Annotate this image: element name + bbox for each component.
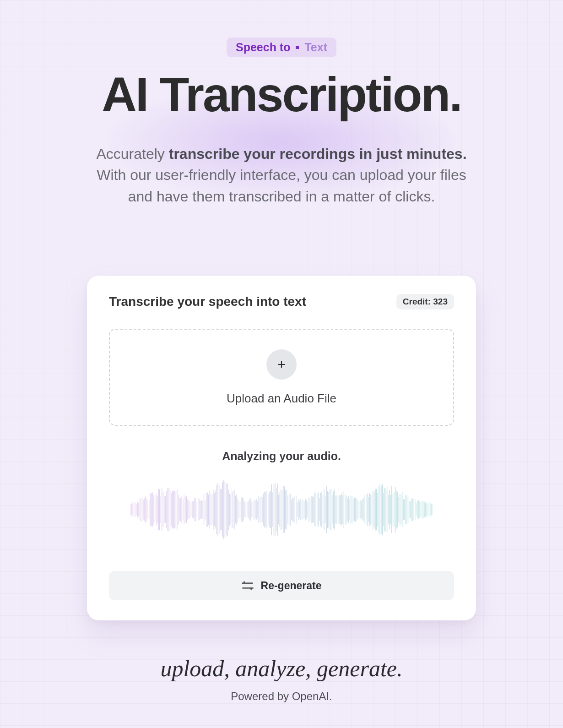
swap-arrows-icon [242,581,254,590]
plus-icon: + [266,349,297,380]
subtitle-pre: Accurately [96,146,168,162]
subtitle-bold: transcribe your recordings in just minut… [169,146,467,162]
regenerate-label: Re-generate [261,580,322,592]
page-subtitle: Accurately transcribe your recordings in… [96,143,467,207]
badge-right-text: Text [304,41,327,54]
badge-left-text: Speech to [236,41,290,54]
card-title: Transcribe your speech into text [109,294,306,309]
card-header: Transcribe your speech into text Credit:… [109,294,454,310]
page-container: Speech to Text AI Transcription. Accurat… [0,0,563,703]
upload-label: Upload an Audio File [227,391,336,406]
credit-badge: Credit: 323 [396,294,454,310]
regenerate-button[interactable]: Re-generate [109,571,454,600]
page-title: AI Transcription. [102,70,461,119]
upload-dropzone[interactable]: + Upload an Audio File [109,329,454,426]
analysis-status: Analyzing your audio. [109,450,454,463]
badge-separator-dot [296,46,299,49]
footer-script-text: upload, analyze, generate. [160,655,402,682]
tag-badge: Speech to Text [227,38,336,57]
audio-waveform [130,473,433,546]
transcription-card: Transcribe your speech into text Credit:… [87,276,476,620]
subtitle-post: With our user-friendly interface, you ca… [97,167,466,204]
powered-by-text: Powered by OpenAI. [231,690,332,703]
